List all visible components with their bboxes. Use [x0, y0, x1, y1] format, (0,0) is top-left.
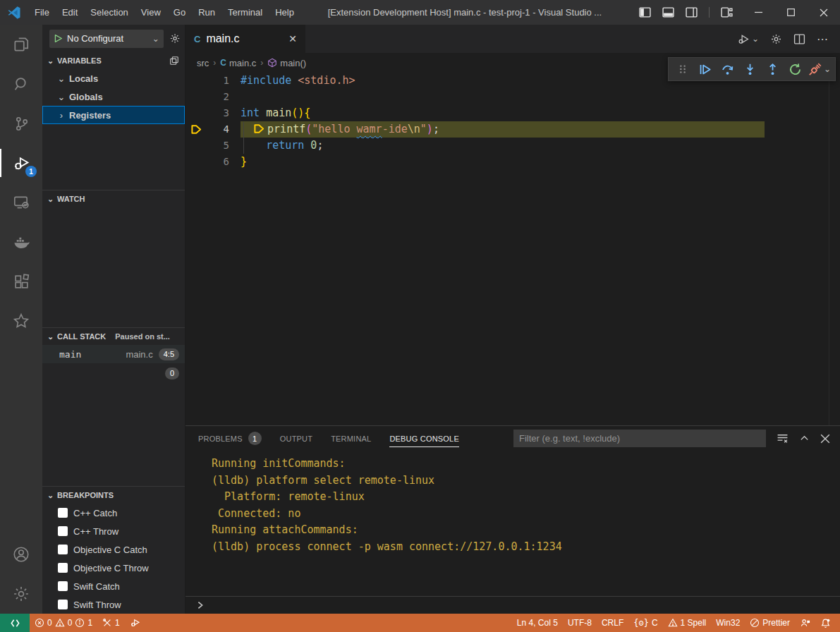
debug-console-input[interactable]: [185, 596, 840, 614]
breakpoint-checkbox[interactable]: [58, 581, 68, 591]
docker-icon[interactable]: [0, 222, 42, 262]
maximize-button[interactable]: [775, 0, 808, 25]
toggle-panel-icon[interactable]: [662, 6, 674, 18]
code-line-3[interactable]: 3int main(){: [185, 105, 840, 121]
cursor-position-status[interactable]: Ln 4, Col 5: [512, 614, 563, 632]
panel-tab-terminal[interactable]: TERMINAL: [331, 426, 371, 451]
close-tab-icon[interactable]: ✕: [288, 33, 297, 44]
call-stack-header[interactable]: ⌄ CALL STACK Paused on st...: [42, 328, 185, 345]
notifications-bell-icon[interactable]: [815, 614, 836, 632]
debug-configuration-dropdown[interactable]: No Configurat ⌄: [49, 30, 164, 48]
close-window-button[interactable]: [808, 0, 840, 25]
chevron-down-icon: ⌄: [56, 73, 66, 84]
menu-help[interactable]: Help: [269, 0, 300, 25]
variables-header[interactable]: ⌄ VARIABLES: [42, 52, 185, 69]
restart-icon[interactable]: [786, 59, 805, 79]
breakpoint-checkbox[interactable]: [58, 545, 68, 554]
breakpoint-checkbox[interactable]: [58, 526, 68, 536]
feedback-icon[interactable]: [795, 614, 815, 632]
debug-console-filter-input[interactable]: [513, 430, 766, 447]
menu-file[interactable]: File: [28, 0, 56, 25]
variables-item-globals[interactable]: ⌄Globals: [42, 87, 185, 106]
panel-tab-debug-console[interactable]: DEBUG CONSOLE: [389, 426, 459, 451]
remote-explorer-icon[interactable]: [0, 183, 42, 222]
step-out-icon[interactable]: [763, 59, 783, 79]
paused-status: Paused on st...: [115, 332, 170, 341]
menu-view[interactable]: View: [135, 0, 167, 25]
line-number: 1: [207, 73, 229, 89]
c-file-icon: C: [220, 58, 226, 68]
customize-layout-icon[interactable]: [721, 6, 733, 18]
menu-edit[interactable]: Edit: [56, 0, 84, 25]
watch-header[interactable]: ⌄ WATCH: [42, 190, 185, 207]
breakpoint-checkbox[interactable]: [58, 508, 68, 518]
run-and-debug-icon[interactable]: 1: [0, 143, 42, 183]
clear-console-icon[interactable]: [777, 432, 789, 444]
code-line-2[interactable]: 2: [185, 89, 840, 105]
minimize-button[interactable]: [743, 0, 775, 25]
breakpoint-row[interactable]: Objective C Throw: [42, 559, 185, 577]
account-icon[interactable]: [0, 535, 42, 574]
menu-go[interactable]: Go: [167, 0, 192, 25]
breakpoint-row[interactable]: Objective C Catch: [42, 540, 185, 559]
breadcrumb-folder[interactable]: src: [197, 58, 209, 68]
eol-status[interactable]: CRLF: [597, 614, 628, 632]
editor-settings-gear-icon[interactable]: [770, 33, 782, 45]
disconnect-icon[interactable]: ⌄: [808, 59, 831, 79]
more-actions-icon[interactable]: ⋯: [817, 32, 829, 46]
encoding-status[interactable]: UTF-8: [563, 614, 597, 632]
maximize-panel-icon[interactable]: [799, 433, 810, 444]
toolbar-grip[interactable]: [673, 59, 693, 79]
menu-run[interactable]: Run: [192, 0, 221, 25]
breakpoint-checkbox[interactable]: [58, 563, 68, 573]
code-line-4[interactable]: 4 printf("hello wamr-ide\n");: [185, 121, 840, 138]
continue-icon[interactable]: [695, 59, 715, 79]
close-panel-icon[interactable]: [820, 434, 830, 444]
spell-checker-status[interactable]: 1 Spell: [663, 614, 712, 632]
favorites-star-icon[interactable]: [0, 301, 42, 341]
variables-item-locals[interactable]: ⌄Locals: [42, 69, 185, 87]
remote-indicator[interactable]: [0, 614, 30, 632]
formatter-status[interactable]: Prettier: [745, 614, 795, 632]
breakpoint-row[interactable]: Swift Catch: [42, 577, 185, 595]
breakpoints-header[interactable]: ⌄ BREAKPOINTS: [42, 487, 185, 504]
split-editor-icon[interactable]: [793, 33, 805, 45]
stack-frame-row[interactable]: main main.c 4:5: [42, 345, 185, 363]
toggle-sidebar-icon[interactable]: [639, 6, 651, 18]
thread-row[interactable]: 0: [42, 363, 185, 383]
platform-status[interactable]: Win32: [711, 614, 745, 632]
copy-icon[interactable]: [169, 56, 179, 66]
code-editor[interactable]: 1#include <stdio.h>23int main(){4 printf…: [185, 73, 840, 425]
menu-selection[interactable]: Selection: [84, 0, 134, 25]
breakpoint-checkbox[interactable]: [58, 600, 68, 609]
variables-item-registers[interactable]: ›Registers: [42, 106, 185, 124]
breakpoint-label: Objective C Throw: [73, 563, 149, 573]
debug-status-icon[interactable]: [125, 614, 146, 632]
search-icon[interactable]: [0, 64, 42, 104]
extensions-icon[interactable]: [0, 262, 42, 301]
toggle-secondary-sidebar-icon[interactable]: [686, 6, 698, 18]
breakpoint-row[interactable]: Swift Throw: [42, 595, 185, 614]
code-line-6[interactable]: 6}: [185, 154, 840, 170]
tab-label: main.c: [206, 32, 239, 45]
code-line-5[interactable]: 5 return 0;: [185, 138, 840, 154]
debug-console-output[interactable]: Running initCommands:(lldb) platform sel…: [185, 451, 840, 596]
menu-terminal[interactable]: Terminal: [221, 0, 269, 25]
source-control-icon[interactable]: [0, 104, 42, 143]
breakpoint-row[interactable]: C++ Catch: [42, 504, 185, 522]
tab-main-c[interactable]: C main.c ✕: [185, 25, 305, 53]
breadcrumb-symbol[interactable]: main(): [267, 58, 306, 68]
run-or-debug-icon[interactable]: ⌄: [737, 32, 759, 46]
explorer-icon[interactable]: [0, 25, 42, 64]
breakpoint-row[interactable]: C++ Throw: [42, 522, 185, 540]
settings-gear-icon[interactable]: [0, 574, 42, 614]
debug-gear-icon[interactable]: [169, 32, 181, 44]
panel-tab-problems[interactable]: PROBLEMS1: [198, 426, 262, 451]
panel-tab-output[interactable]: OUTPUT: [280, 426, 312, 451]
step-over-icon[interactable]: [718, 59, 738, 79]
step-into-icon[interactable]: [741, 59, 760, 79]
breadcrumb-file[interactable]: Cmain.c: [220, 58, 256, 68]
tools-status[interactable]: 1: [97, 614, 125, 632]
problems-status[interactable]: 0 0 1: [30, 614, 97, 632]
language-mode-status[interactable]: {ʘ} C: [628, 614, 662, 632]
